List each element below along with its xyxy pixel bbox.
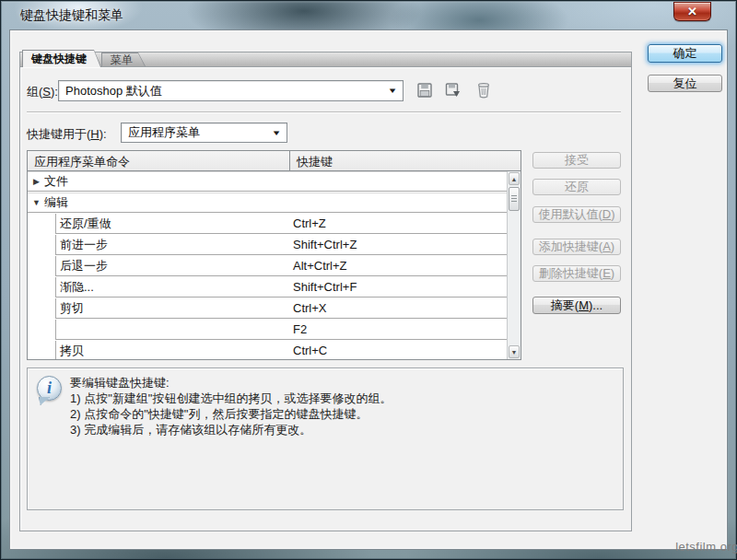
command-label: 后退一步 bbox=[56, 258, 108, 274]
info-line: 1) 点按"新建组"按钮创建选中组的拷贝，或选择要修改的组。 bbox=[70, 391, 392, 406]
shortcut-value[interactable]: Ctrl+C bbox=[293, 344, 327, 357]
scroll-down-icon: ▼ bbox=[511, 349, 518, 356]
delete-icon bbox=[474, 81, 493, 99]
shortcut-value[interactable]: F2 bbox=[293, 322, 307, 336]
shortcut-value[interactable]: Shift+Ctrl+Z bbox=[293, 238, 357, 251]
action-button-1[interactable]: 接受 bbox=[532, 152, 621, 169]
chevron-down-icon: ▼ bbox=[271, 129, 281, 137]
command-label: 编辑 bbox=[42, 194, 68, 211]
shortcut-value[interactable]: Ctrl+Z bbox=[293, 216, 326, 230]
table-header: 应用程序菜单命令 快捷键 bbox=[28, 151, 521, 171]
info-line: 2) 点按命令的"快捷键"列，然后按要指定的键盘快捷键。 bbox=[70, 406, 392, 422]
close-icon: ✕ bbox=[687, 5, 697, 18]
save-set-as-button[interactable] bbox=[444, 81, 462, 99]
action-button-label: 删除快捷键(E) bbox=[539, 265, 614, 282]
action-button-label: 接受 bbox=[565, 152, 589, 169]
chevron-down-icon: ▼ bbox=[387, 87, 397, 95]
command-label: 拷贝 bbox=[56, 343, 84, 359]
table-row[interactable]: 拷贝 Ctrl+C bbox=[55, 341, 507, 359]
ok-button[interactable]: 确定 bbox=[648, 44, 722, 63]
section-divider bbox=[27, 111, 621, 112]
action-button-label: 添加快捷键(A) bbox=[539, 239, 614, 255]
action-button-4[interactable]: 添加快捷键(A) bbox=[532, 239, 621, 255]
shortcut-value[interactable]: Ctrl+X bbox=[293, 301, 326, 315]
table-row[interactable]: ▼ 编辑 bbox=[28, 192, 507, 213]
expand-icon[interactable]: ▶ bbox=[28, 177, 42, 186]
save-as-icon bbox=[444, 81, 462, 99]
watermark: letsfilm.org bbox=[675, 540, 737, 554]
info-title: 要编辑键盘快捷键: bbox=[70, 375, 392, 391]
scroll-down-button[interactable]: ▼ bbox=[509, 345, 520, 358]
set-label: 组(S): bbox=[27, 84, 58, 100]
table-row[interactable]: 后退一步 Alt+Ctrl+Z bbox=[55, 256, 507, 276]
title-bar[interactable]: 键盘快捷键和菜单 ✕ bbox=[0, 0, 737, 29]
action-button-6[interactable]: 摘要(M)... bbox=[532, 297, 621, 314]
info-box: 要编辑键盘快捷键: 1) 点按"新建组"按钮创建选中组的拷贝，或选择要修改的组。… bbox=[27, 368, 624, 510]
action-button-3[interactable]: 使用默认值(D) bbox=[532, 206, 621, 223]
action-button-label: 还原 bbox=[565, 179, 589, 195]
table-row[interactable]: ▶ 文件 bbox=[28, 171, 507, 192]
action-button-2[interactable]: 还原 bbox=[532, 179, 621, 195]
action-button-label: 使用默认值(D) bbox=[538, 206, 614, 223]
scroll-up-button[interactable]: ▲ bbox=[509, 172, 520, 185]
set-dropdown-value: Photoshop 默认值 bbox=[65, 83, 162, 99]
table-row[interactable]: F2 bbox=[55, 320, 507, 340]
action-button-label: 摘要(M)... bbox=[551, 298, 602, 314]
save-icon bbox=[415, 81, 434, 99]
expand-icon[interactable]: ▼ bbox=[28, 198, 42, 207]
table-row[interactable]: 渐隐... Shift+Ctrl+F bbox=[55, 277, 507, 298]
command-label: 前进一步 bbox=[56, 237, 108, 253]
reset-button[interactable]: 复位 bbox=[648, 75, 722, 92]
shortcuts-for-label: 快捷键用于(H): bbox=[27, 126, 107, 143]
command-label: 渐隐... bbox=[56, 279, 94, 296]
command-label: 还原/重做 bbox=[56, 216, 111, 232]
tab-keyboard-shortcuts-label: 键盘快捷键 bbox=[31, 52, 87, 67]
tab-menus-label: 菜单 bbox=[111, 52, 133, 68]
command-label: 剪切 bbox=[56, 300, 84, 317]
save-set-button[interactable] bbox=[415, 81, 434, 99]
scrollbar-thumb[interactable] bbox=[509, 187, 520, 211]
info-icon bbox=[37, 376, 62, 401]
command-label: 文件 bbox=[42, 173, 68, 190]
shortcut-value[interactable]: Shift+Ctrl+F bbox=[293, 280, 357, 294]
info-line: 3) 完成编辑后，请存储该组以存储所有更改。 bbox=[70, 422, 392, 438]
info-instructions: 要编辑键盘快捷键: 1) 点按"新建组"按钮创建选中组的拷贝，或选择要修改的组。… bbox=[70, 375, 392, 438]
table-row[interactable]: 剪切 Ctrl+X bbox=[55, 298, 507, 319]
shortcuts-for-dropdown[interactable]: 应用程序菜单 ▼ bbox=[121, 122, 287, 143]
window-title: 键盘快捷键和菜单 bbox=[20, 7, 123, 24]
shortcuts-for-value: 应用程序菜单 bbox=[128, 124, 200, 141]
set-dropdown[interactable]: Photoshop 默认值 ▼ bbox=[58, 80, 404, 101]
table-row[interactable]: 还原/重做 Ctrl+Z bbox=[55, 214, 507, 234]
dialog-window: 键盘快捷键和菜单 ✕ 键盘快捷键 菜单 组(S): Photoshop 默认值 … bbox=[0, 0, 737, 560]
column-header-command: 应用程序菜单命令 bbox=[28, 151, 290, 170]
tab-menus[interactable]: 菜单 bbox=[101, 52, 146, 66]
table-body: ▶ 文件 ▼ 编辑 还原/重做 Ctrl+Z 前进一步 Shift+Ctrl+Z… bbox=[28, 171, 507, 359]
ok-button-label: 确定 bbox=[673, 45, 697, 62]
column-header-shortcut: 快捷键 bbox=[290, 151, 521, 170]
table-scrollbar[interactable]: ▲ ▼ bbox=[507, 171, 521, 359]
scroll-up-icon: ▲ bbox=[511, 176, 518, 182]
reset-button-label: 复位 bbox=[673, 76, 697, 92]
close-button[interactable]: ✕ bbox=[673, 2, 711, 21]
table-row[interactable]: 前进一步 Shift+Ctrl+Z bbox=[55, 235, 507, 255]
dialog-client-area: 键盘快捷键 菜单 组(S): Photoshop 默认值 ▼ bbox=[9, 29, 728, 550]
shortcuts-table: 应用程序菜单命令 快捷键 ▶ 文件 ▼ 编辑 还原/重做 Ctrl+Z 前进一步… bbox=[27, 150, 521, 360]
delete-set-button[interactable] bbox=[474, 81, 493, 99]
tab-keyboard-shortcuts[interactable]: 键盘快捷键 bbox=[22, 50, 101, 67]
shortcut-value[interactable]: Alt+Ctrl+Z bbox=[293, 259, 347, 273]
action-button-5[interactable]: 删除快捷键(E) bbox=[532, 265, 621, 282]
